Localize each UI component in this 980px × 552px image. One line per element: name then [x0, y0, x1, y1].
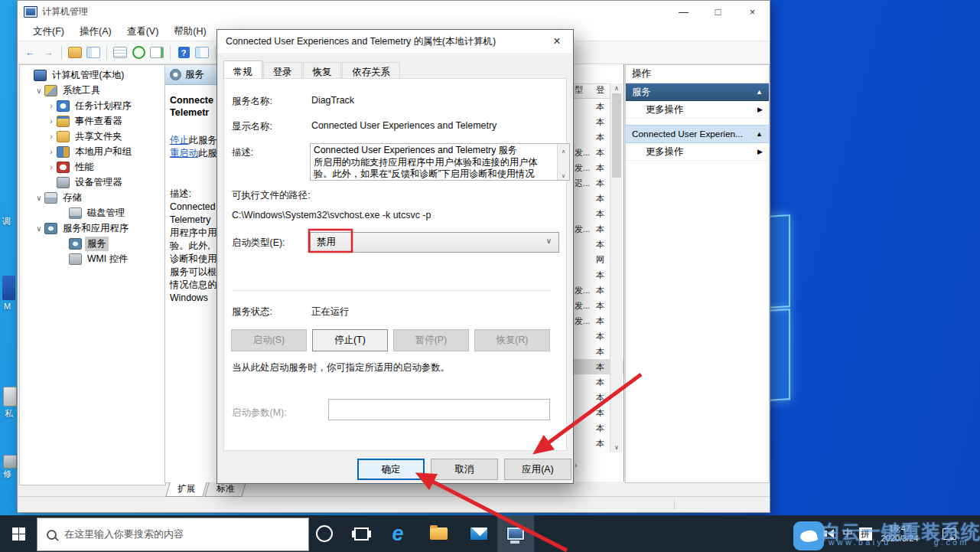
start-parameters-input[interactable]: [328, 399, 550, 420]
export-list-icon[interactable]: [150, 47, 164, 58]
folder-icon[interactable]: [68, 47, 82, 58]
tree-item[interactable]: › 事件查看器: [20, 113, 165, 129]
vertical-scrollbar[interactable]: ∧ ∨: [610, 83, 623, 452]
file-explorer-button[interactable]: [420, 515, 457, 552]
help-icon[interactable]: ?: [178, 47, 190, 58]
refresh-icon[interactable]: [132, 46, 145, 59]
desktop-icon[interactable]: [2, 276, 15, 300]
service-control-button[interactable]: 恢复(R): [474, 329, 550, 351]
tree-item-icon: [44, 223, 57, 234]
startup-type-dropdown[interactable]: 禁用 ∨: [310, 232, 559, 253]
dialog-close-icon[interactable]: ×: [541, 30, 573, 53]
tree-item[interactable]: › 本地用户和组: [20, 144, 165, 159]
tree-expander-icon[interactable]: ›: [46, 148, 57, 156]
forward-icon[interactable]: →: [41, 45, 56, 60]
service-control-button[interactable]: 暂停(P): [393, 329, 469, 351]
service-control-button[interactable]: 启动(S): [231, 329, 307, 351]
tree-item-label: 存储: [60, 191, 84, 205]
desktop-icon-label[interactable]: 修: [3, 469, 11, 480]
desktop-icon-label[interactable]: 私: [5, 408, 13, 420]
desktop-icon[interactable]: [3, 387, 17, 407]
watermark-title: 白云一键重装系统: [822, 519, 980, 544]
description-textbox[interactable]: Connected User Experiences and Telemetry…: [310, 143, 570, 181]
maximize-button[interactable]: □: [701, 1, 735, 22]
scroll-right-icon[interactable]: ›: [575, 461, 577, 469]
tree-item[interactable]: 计算机管理(本地): [20, 67, 165, 83]
restart-service-link[interactable]: 重启动: [170, 148, 198, 158]
computer-management-taskbar-button[interactable]: [497, 515, 534, 552]
desktop-icon-label[interactable]: 调: [2, 216, 11, 227]
scroll-down-icon[interactable]: ∨: [614, 444, 619, 451]
tree-item[interactable]: › 共享文件夹: [20, 129, 165, 144]
back-icon[interactable]: ←: [22, 45, 37, 60]
view-tab[interactable]: 标准: [204, 482, 246, 497]
desktop-icon-label[interactable]: M: [4, 302, 11, 311]
start-button[interactable]: [0, 515, 37, 552]
tree-expander-icon[interactable]: ›: [46, 117, 57, 126]
tree-expander-icon[interactable]: ∨: [34, 87, 44, 95]
tree-item[interactable]: 设备管理器: [20, 175, 165, 190]
collapse-icon[interactable]: ▲: [756, 130, 763, 138]
tree-expander-icon[interactable]: ›: [46, 132, 57, 141]
desktop-icon[interactable]: [3, 455, 17, 469]
computer-management-icon: [24, 6, 37, 18]
menu-item[interactable]: 帮助(H): [166, 24, 213, 40]
menu-item[interactable]: 操作(A): [72, 24, 119, 40]
actions-group-selected-service[interactable]: Connected User Experien... ▲: [626, 125, 769, 143]
action-pane-toggle-icon[interactable]: [195, 47, 209, 58]
tree-item[interactable]: 磁盘管理: [20, 205, 165, 220]
description-label: 描述:: [232, 146, 253, 159]
taskbar-search-box[interactable]: 在这里输入你要搜索的内容: [37, 518, 309, 551]
tree-item-icon: [69, 253, 82, 265]
tree-expander-icon[interactable]: ∨: [34, 224, 44, 233]
menu-item[interactable]: 查看(V): [119, 24, 167, 40]
tree-item[interactable]: ∨ 系统工具: [20, 83, 165, 98]
description-scrollbar[interactable]: ∧ ∨: [557, 144, 569, 181]
window-titlebar[interactable]: 计算机管理 — □ ×: [18, 1, 770, 22]
scroll-up-icon[interactable]: ∧: [562, 145, 565, 158]
menu-item[interactable]: 文件(F): [25, 24, 72, 40]
mail-button[interactable]: [461, 515, 497, 552]
tree-expander-icon[interactable]: ›: [46, 163, 57, 171]
actions-group-services[interactable]: 服务 ▲: [626, 83, 769, 101]
stop-service-link[interactable]: 停止: [170, 135, 189, 145]
tree-item-icon: [57, 100, 70, 112]
scroll-down-icon[interactable]: ∨: [562, 170, 565, 181]
cortana-button[interactable]: [306, 515, 343, 552]
console-tree-toggle-icon[interactable]: [86, 47, 100, 58]
tree-item[interactable]: ∨ 服务和应用程序: [20, 220, 165, 236]
collapse-icon[interactable]: ▲: [756, 88, 763, 96]
task-view-button[interactable]: [343, 515, 379, 552]
tree-item[interactable]: WMI 控件: [20, 251, 165, 266]
dialog-button[interactable]: 确定: [357, 459, 425, 480]
column-header-logon[interactable]: 登: [596, 84, 605, 98]
close-button[interactable]: ×: [735, 1, 770, 22]
tree-item[interactable]: 服务: [20, 236, 165, 251]
dialog-titlebar[interactable]: Connected User Experiences and Telemetry…: [217, 30, 573, 53]
watermark-logo: [793, 521, 824, 550]
scroll-up-icon[interactable]: ∧: [614, 85, 619, 92]
services-gear-icon: [170, 69, 181, 80]
scrollbar-thumb[interactable]: [612, 93, 621, 178]
edge-button[interactable]: e: [379, 515, 416, 552]
more-actions-selected-service[interactable]: 更多操作 ▶: [626, 143, 769, 161]
dialog-button[interactable]: 应用(A): [504, 459, 571, 480]
tree-item-label: 任务计划程序: [73, 99, 134, 113]
tree-item[interactable]: › 性能: [20, 159, 165, 175]
properties-icon[interactable]: [113, 47, 127, 58]
tree-expander-icon[interactable]: ∨: [34, 194, 44, 202]
tree-item[interactable]: › 任务计划程序: [20, 98, 165, 113]
column-header-type[interactable]: 型: [573, 84, 596, 98]
tree-item-label: 本地用户和组: [73, 145, 134, 159]
minimize-button[interactable]: —: [666, 1, 701, 22]
tree-item[interactable]: ∨ 存储: [20, 190, 165, 205]
tree-item-icon: [57, 162, 70, 173]
tree-item-label: 系统工具: [60, 83, 103, 98]
more-actions-services[interactable]: 更多操作 ▶: [626, 101, 769, 119]
tree-item-icon: [69, 207, 82, 219]
tree-expander-icon[interactable]: ›: [46, 102, 57, 110]
executable-path-label: 可执行文件的路径:: [232, 189, 311, 202]
service-control-button[interactable]: 停止(T): [312, 329, 388, 351]
view-tab[interactable]: 扩展: [165, 482, 207, 497]
dialog-button[interactable]: 取消: [431, 459, 498, 480]
